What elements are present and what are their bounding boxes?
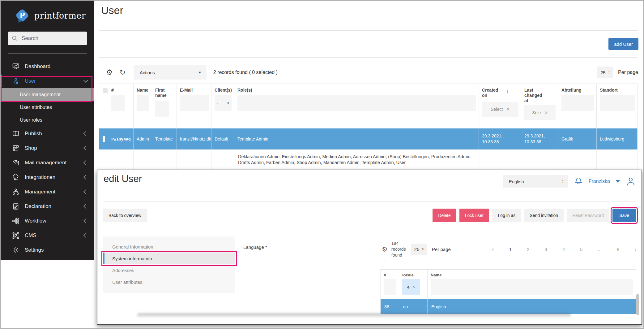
delete-button[interactable]: Delete xyxy=(433,209,456,222)
roles-filter-input[interactable] xyxy=(237,95,476,111)
page-button-1[interactable]: 1 xyxy=(509,247,512,252)
edit-user-modal: edit User English ▲▼ Franziska xyxy=(97,170,642,325)
sidebar-item-label: Declaration xyxy=(25,203,51,210)
first-name-filter-input[interactable] xyxy=(155,101,169,117)
locale-filter-input[interactable]: e × xyxy=(402,279,420,295)
sort-desc-icon[interactable]: ↓ xyxy=(506,88,509,94)
language-select[interactable]: English ▲▼ xyxy=(503,175,568,188)
row-checkbox[interactable] xyxy=(103,136,105,142)
search-input[interactable] xyxy=(21,35,78,42)
printformer-logo-icon: P xyxy=(14,7,30,24)
cell-abteilung: Grafik xyxy=(558,128,597,149)
sidebar-item-shop[interactable]: Shop xyxy=(1,141,94,155)
column-header-email: E-Mail xyxy=(177,84,211,128)
page-prev-icon[interactable]: ‹ xyxy=(492,246,494,253)
sidebar-item-user-management[interactable]: User management xyxy=(1,88,94,101)
sidebar-item-label: User xyxy=(25,78,36,84)
sidebar-item-mail-management[interactable]: Mail management xyxy=(1,155,94,170)
email-filter-input[interactable] xyxy=(180,95,209,111)
clear-filter-icon[interactable]: × xyxy=(544,110,548,116)
page-next-icon[interactable]: › xyxy=(634,246,637,253)
reset-password-button[interactable]: Reset Password xyxy=(567,209,609,222)
clear-filter-icon[interactable]: × xyxy=(412,284,415,290)
log-in-as-button[interactable]: Log in as xyxy=(492,209,521,222)
page-button-4[interactable]: 4 xyxy=(562,247,565,252)
divider xyxy=(99,30,638,31)
sidebar-item-cms[interactable]: CMS xyxy=(1,228,94,243)
send-invitation-button[interactable]: Send invitation xyxy=(524,209,564,222)
select-all-checkbox[interactable] xyxy=(103,88,108,93)
name-filter-input[interactable] xyxy=(431,279,633,295)
per-page-select[interactable]: 25 ▲▼ xyxy=(411,244,427,255)
per-page-value: 25 xyxy=(600,70,606,75)
sidebar-item-declaration[interactable]: Declaration xyxy=(1,199,94,214)
account-icon[interactable] xyxy=(625,176,636,187)
language-row-cell-name[interactable]: English xyxy=(428,299,636,314)
id-filter-input[interactable] xyxy=(111,95,125,111)
stepper-icon: ▲▼ xyxy=(562,180,564,183)
gear-icon[interactable]: ⚙ xyxy=(106,69,113,76)
records-summary: 184 records found xyxy=(391,240,411,258)
sidebar-item-settings[interactable]: Settings xyxy=(1,243,94,257)
gear-icon xyxy=(12,246,20,254)
save-button[interactable]: Save xyxy=(612,209,636,222)
tab-system-information[interactable]: System information xyxy=(103,253,235,264)
sidebar-item-dashboard[interactable]: Dashboard xyxy=(1,59,94,74)
id-filter-input[interactable] xyxy=(384,279,396,295)
chevron-left-icon xyxy=(83,146,88,151)
sidebar-item-management[interactable]: Management xyxy=(1,184,94,199)
cell-standort: Ludwigsburg xyxy=(597,128,638,149)
sidebar-item-label: Mail management xyxy=(25,160,66,166)
page-button-2[interactable]: 2 xyxy=(527,247,529,252)
records-summary: 2 records found ( 0 selected ) xyxy=(213,70,278,75)
lock-user-button[interactable]: Lock user xyxy=(459,209,489,222)
account-name[interactable]: Franziska xyxy=(589,179,610,184)
abteilung-filter-input[interactable] xyxy=(561,95,594,111)
back-to-overview-button[interactable]: Back to overview xyxy=(103,209,147,222)
sidebar-item-integrationen[interactable]: Integrationen xyxy=(1,170,94,184)
clients-filter-select[interactable]: - ▲▼ xyxy=(215,95,232,111)
add-user-button[interactable]: add User xyxy=(608,38,638,50)
column-header-roles: Role(s) xyxy=(234,84,479,128)
chevron-left-icon xyxy=(83,204,88,209)
sidebar-search[interactable] xyxy=(8,32,87,45)
per-page-select[interactable]: 25 ▲▼ xyxy=(597,67,613,78)
standort-filter-input[interactable] xyxy=(600,95,635,111)
name-filter-input[interactable] xyxy=(137,95,149,111)
tab-general-information[interactable]: General Information xyxy=(103,241,235,253)
created-on-filter-select[interactable]: Select × xyxy=(482,102,518,117)
sidebar-item-user-roles[interactable]: User roles xyxy=(1,114,94,126)
sidebar-item-label: CMS xyxy=(25,232,36,239)
tab-user-attributes[interactable]: User attributes xyxy=(103,276,235,288)
stepper-icon: ▲▼ xyxy=(227,101,229,105)
sidebar-item-publish[interactable]: Publish xyxy=(1,126,94,141)
divider xyxy=(103,201,636,201)
divider xyxy=(103,231,636,231)
bell-icon[interactable] xyxy=(574,177,583,186)
sidebar-item-user[interactable]: User xyxy=(1,74,94,88)
gear-icon[interactable]: ⚙ xyxy=(382,246,388,253)
modal-action-buttons: Back to overview Delete Lock user Log in… xyxy=(103,209,636,222)
tab-addresses[interactable]: Addresses xyxy=(103,264,235,276)
last-changed-filter-select[interactable]: Sele × xyxy=(524,105,556,120)
clear-filter-icon[interactable]: × xyxy=(506,106,510,113)
language-row-cell-id[interactable]: 38 xyxy=(381,299,399,314)
page-button-3[interactable]: 3 xyxy=(544,247,547,252)
page-button-5[interactable]: 5 xyxy=(580,247,582,252)
page-button-8[interactable]: 8 xyxy=(617,247,619,252)
cell-name: Admin xyxy=(134,128,152,149)
dashboard-icon xyxy=(12,63,20,71)
column-header-name: Name xyxy=(428,270,636,299)
chevron-left-icon xyxy=(83,131,88,136)
sidebar-item-user-attributes[interactable]: User attributes xyxy=(1,101,94,114)
logo-text: printformer xyxy=(34,11,86,20)
table-row[interactable] xyxy=(99,128,108,149)
scrollbar-thumb[interactable] xyxy=(636,294,639,315)
account-caret-icon[interactable] xyxy=(616,180,620,183)
per-page-value: 25 xyxy=(414,247,420,252)
sidebar-item-workflow[interactable]: Workflow xyxy=(1,214,94,228)
actions-dropdown[interactable]: Actions ▼ xyxy=(134,65,207,80)
language-row-cell-locale[interactable]: en xyxy=(399,299,428,314)
refresh-icon[interactable]: ↻ xyxy=(120,69,126,76)
user-icon xyxy=(12,77,20,85)
